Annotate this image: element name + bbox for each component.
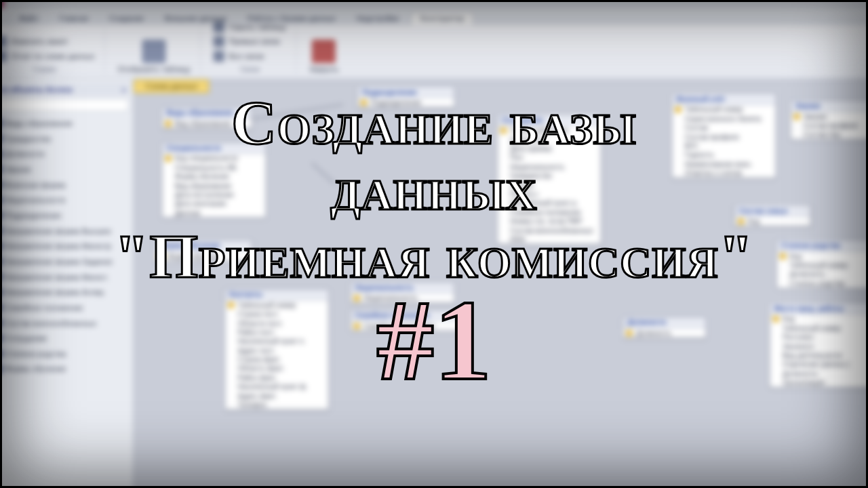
svg-line-2 (312, 163, 343, 184)
table-field: Адрес пост. (225, 346, 328, 354)
nav-item[interactable]: Подразделения (0, 207, 130, 223)
table-field: Код специальности (162, 154, 265, 163)
btn-edit-layout[interactable]: Изменить макет (0, 36, 95, 47)
table-podr[interactable]: Подразделения Подразделение (357, 86, 455, 108)
table-field: Национальность (351, 293, 454, 302)
btn-direct-rel-label: Прямые связи (229, 37, 280, 45)
nav-item[interactable]: Сотрудники (0, 331, 130, 346)
table-field: Код (770, 314, 868, 323)
table-voin[interactable]: Военный учёт Табельный номер Серия военн… (671, 94, 776, 179)
table-field: Населенный пункт р. (498, 199, 601, 207)
table-field: Табельный номер (777, 261, 868, 270)
btn-hide-table[interactable]: Скрыть таблицу (214, 21, 286, 32)
table-rodstvo[interactable]: Степени родства Код Табельный номер Долж… (776, 240, 868, 289)
table-formy[interactable]: Формы обучения Форма обучения (155, 240, 252, 262)
table-field: Должность (770, 369, 868, 378)
table-field: Отделение (увольн.) (770, 360, 868, 369)
btn-all-rel[interactable]: Все связи (214, 51, 286, 62)
nav-item[interactable]: Должности (0, 146, 130, 162)
btn-close-label: Закрыть (309, 64, 339, 73)
table-field: Отметка о снятии (672, 169, 775, 178)
table-field: Страна факт. (225, 355, 328, 364)
table-field: Поступил (770, 333, 868, 342)
group-service-label: Сервис (0, 65, 95, 73)
nav-header[interactable]: Все объекты Access « (0, 83, 130, 96)
nav-item[interactable]: Гражданство (0, 131, 130, 146)
tab-file[interactable]: Файл (11, 12, 47, 25)
btn-direct-rel[interactable]: Прямые связи (214, 36, 286, 47)
table-sostav[interactable]: Состав семьи Код (734, 205, 811, 226)
table-field: Состав пер. (791, 130, 868, 139)
nav-pane[interactable]: Все объекты Access « Виды образования Гр… (0, 79, 134, 488)
table-field: Дата поступления (162, 190, 265, 199)
table-field: Должность (777, 270, 868, 279)
btn-schema-report-label: Отчет по схеме данных (11, 52, 95, 60)
nav-item[interactable]: Состав военнообязанных (0, 315, 130, 331)
table-field: Пол (498, 153, 601, 162)
ribbon-group-service: Изменить макет Отчет по схеме данных Сер… (0, 29, 105, 75)
table-mesto[interactable]: Место пред. работы Код Табельный номер П… (769, 303, 868, 388)
nav-search[interactable] (0, 99, 129, 112)
table-field: Семейное положение (498, 207, 601, 216)
tab-addins[interactable]: Надстройки (348, 12, 407, 25)
table-vidy-obr[interactable]: Виды образования Вид образования (161, 107, 252, 129)
table-sempol[interactable]: Семейное положение Семейное положение (350, 310, 462, 331)
btn-hide-table-label: Скрыть таблицу (229, 22, 286, 30)
table-field: Диплом (162, 208, 265, 217)
nav-item[interactable]: Направление форма Аспир. (0, 285, 130, 300)
table-header: Подразделения (358, 87, 454, 98)
btn-close[interactable]: Закрыть (309, 39, 339, 73)
ribbon-group-rel: Скрыть таблицу Прямые связи Все связи Св… (214, 29, 296, 75)
background-app: Файл Главная Создание Внешние данные Раб… (0, 0, 868, 488)
nav-item[interactable]: Формы обучения (0, 361, 130, 377)
nav-item[interactable]: Направление форма Ординат. (0, 253, 130, 269)
nav-item[interactable]: Направление форма Магист. (0, 269, 130, 285)
tab-create[interactable]: Создание (101, 12, 153, 25)
table-nationality[interactable]: Национальность Национальность (350, 282, 455, 304)
table-field: Должность (498, 135, 601, 144)
table-field: Национальность (498, 162, 601, 171)
table-sotrudniki[interactable]: Сотрудники Табельный номер Должность Дат… (497, 114, 602, 245)
nav-item[interactable]: Воинская форма (0, 177, 130, 192)
tab-design[interactable]: Конструктор (411, 12, 473, 25)
chevron-double-left-icon[interactable]: « (121, 85, 125, 94)
ribbon: Изменить макет Отчет по схеме данных Сер… (0, 25, 868, 79)
table-field: Степень родства (777, 279, 868, 288)
table-field: Звание (791, 112, 868, 121)
table-field: Вид деятельности (770, 351, 868, 360)
ribbon-group-show: Отобразить таблицу (118, 29, 201, 75)
table-field: Телефон (225, 401, 328, 409)
table-zvaniya[interactable]: Звания Звание Состав профиля Состав пер. (790, 100, 868, 140)
table-header: Степени родства (777, 241, 868, 251)
svg-line-0 (239, 100, 344, 121)
table-field: Табельный номер (225, 300, 328, 309)
relations-canvas[interactable]: Схема данных Виды образования Вид образо… (134, 79, 868, 488)
tab-home[interactable]: Главная (51, 12, 97, 25)
btn-show-table[interactable]: Отобразить таблицу (118, 39, 191, 73)
table-field: Область факт. (225, 364, 328, 373)
table-specialnosti[interactable]: Специальности Код специальности Специаль… (161, 142, 267, 218)
table-field: Населенный пункт п. (225, 337, 328, 346)
nav-item[interactable]: Направление форма Магистр (0, 239, 130, 254)
table-field: Уволился (770, 342, 868, 350)
table-header: Место пред. работы (770, 304, 868, 314)
table-field: Состав профиля (672, 132, 775, 141)
table-header: Национальность (351, 283, 454, 293)
nav-header-label: Все объекты Access (0, 85, 73, 94)
table-dolzh[interactable]: Должности Должность (623, 317, 707, 338)
nav-item[interactable]: Национальности (0, 192, 130, 208)
table-field: Адрес факт. (225, 391, 328, 400)
nav-item[interactable]: Направление форма Высшее (0, 223, 130, 239)
table-contacts[interactable]: Контакты Табельный номер Страна пост. Об… (224, 289, 330, 410)
table-field: Дата окончания (162, 199, 265, 208)
nav-item[interactable]: Виды образования (0, 115, 130, 131)
nav-item[interactable]: Семейное положение (0, 300, 130, 315)
btn-schema-report[interactable]: Отчет по схеме данных (0, 51, 95, 62)
nav-item[interactable]: Звания (0, 161, 130, 177)
table-header: Формы обучения (155, 241, 252, 251)
table-field: Состав профиля (791, 121, 868, 130)
nav-item[interactable]: Степени родства (0, 346, 130, 361)
table-field: Гражданство (498, 171, 601, 180)
table-field: Семейное положение (351, 321, 461, 330)
table-field: Состав военнообязанных (498, 226, 601, 235)
